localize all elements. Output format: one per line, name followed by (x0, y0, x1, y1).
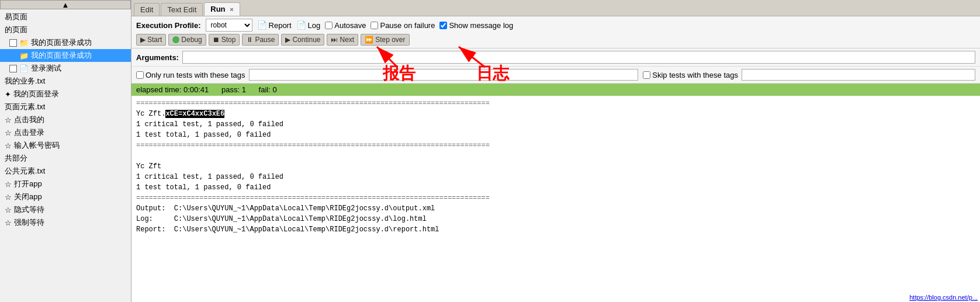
tab-run[interactable]: Run × (204, 2, 240, 16)
skip-tags-input[interactable] (742, 69, 975, 81)
tab-edit[interactable]: Edit (134, 3, 160, 16)
sidebar-item-yinshi[interactable]: ☆ 隐式等待 (0, 203, 131, 216)
sidebar-scroll-up[interactable]: ▲ (0, 0, 131, 9)
step-over-button[interactable]: ⏩ Step over (361, 34, 409, 46)
checkbox-checked-icon[interactable] (9, 52, 17, 60)
sidebar-item-gongbufen[interactable]: 共部分 (0, 152, 131, 165)
arguments-row: Arguments: (131, 48, 980, 67)
autosave-checkbox[interactable]: Autosave (325, 21, 366, 30)
debug-icon (172, 36, 179, 43)
tags-row: Only run tests with these tags Skip test… (131, 67, 980, 84)
step-over-icon: ⏩ (365, 36, 373, 44)
log-button[interactable]: 📄 Log (296, 20, 321, 30)
status-bar: elapsed time: 0:00:41 pass: 1 fail: 0 (131, 84, 980, 96)
fail-count: fail: 0 (259, 85, 277, 94)
console-line1: Yc Zft.xCE=xC4xxC3xE6 (136, 109, 975, 119)
tags-left: Only run tests with these tags (136, 69, 638, 81)
console-line3: 1 test total, 1 passed, 0 failed (136, 130, 975, 140)
sidebar-item-shuru-mima[interactable]: ☆ 输入帐号密码 (0, 139, 131, 152)
sidebar-item-dianji-wode[interactable]: ☆ 点击我的 (0, 113, 131, 126)
tab-bar: Edit Text Edit Run × (131, 0, 980, 16)
sidebar-item-wode-yewu[interactable]: 我的业务.txt (0, 75, 131, 88)
console-line6: 1 critical test, 1 passed, 0 failed (136, 172, 975, 182)
toolbar-row1: Execution Profile: robot 📄 Report 📄 Log … (136, 19, 975, 32)
pause-icon: ⏸ (246, 36, 253, 44)
watermark-link[interactable]: https://blog.csdn.net/p... (909, 294, 978, 301)
only-run-tags-input[interactable] (249, 69, 639, 81)
highlighted-bytes: xCE=xC4xxC3xE6 (165, 110, 224, 118)
star-icon5: ☆ (5, 180, 12, 189)
console-separator2: ========================================… (136, 140, 975, 151)
sidebar-item-denglu-ceshi[interactable]: 📄 登录测试 (0, 62, 131, 75)
report-file-icon: 📄 (257, 20, 267, 30)
star-icon2: ☆ (5, 116, 12, 124)
console-line5: Yc Zft (136, 161, 975, 172)
console-line4 (136, 151, 975, 161)
arguments-label: Arguments: (136, 53, 179, 62)
sidebar-item-guanbi-app[interactable]: ☆ 关闭app (0, 190, 131, 203)
sidebar-item-wode-denglu1[interactable]: 📁 我的页面登录成功 (0, 36, 131, 49)
toolbar-row2: ▶ Start Debug ⏹ Stop ⏸ Pause ▶ Contin (136, 34, 975, 46)
sidebar-item-qiangzhi[interactable]: ☆ 强制等待 (0, 216, 131, 229)
stop-icon: ⏹ (213, 36, 220, 44)
main-panel: Edit Text Edit Run × Execution Profile: … (131, 0, 980, 302)
sidebar-item-yemian-yuansu[interactable]: 页面元素.txt (0, 100, 131, 113)
tab-text-edit[interactable]: Text Edit (161, 3, 203, 16)
debug-button[interactable]: Debug (168, 34, 206, 46)
sidebar-item-dakai-app[interactable]: ☆ 打开app (0, 178, 131, 190)
file-icon: 📄 (19, 64, 29, 73)
execution-profile-label: Execution Profile: (136, 21, 201, 30)
show-message-log-checkbox[interactable]: Show message log (439, 21, 513, 30)
tab-run-close[interactable]: × (230, 6, 233, 13)
scroll-up-icon: ▲ (62, 1, 70, 9)
console-output[interactable]: ========================================… (131, 96, 980, 302)
console-log-line: Log: C:\Users\QUYUN_~1\AppData\Local\Tem… (136, 214, 975, 224)
sidebar-items: 易页面 的页面 📁 我的页面登录成功 📁 我的页面登录成功 📄 登录测试 我的业… (0, 9, 131, 302)
sidebar-item-wodyemian[interactable]: 的页面 (0, 23, 131, 36)
log-file-icon: 📄 (296, 20, 306, 30)
stop-button[interactable]: ⏹ Stop (209, 34, 240, 46)
sidebar-item-wode-denglu-root[interactable]: ✦ 我的页面登录 (0, 88, 131, 100)
console-line7: 1 test total, 1 passed, 0 failed (136, 182, 975, 193)
tags-right: Skip tests with these tags (643, 69, 975, 81)
main-content: Edit Text Edit Run × Execution Profile: … (131, 0, 980, 302)
elapsed-time: elapsed time: 0:00:41 (136, 85, 209, 94)
star-icon7: ☆ (5, 206, 12, 214)
console-output-line: Output: C:\Users\QUYUN_~1\AppData\Local\… (136, 203, 975, 214)
sidebar: ▲ 易页面 的页面 📁 我的页面登录成功 📁 我的页面登录成功 📄 登录测试 我… (0, 0, 131, 302)
console-separator1: ========================================… (136, 98, 975, 109)
skip-tests-checkbox[interactable]: Skip tests with these tags (643, 71, 738, 79)
arguments-input[interactable] (182, 51, 975, 64)
continue-icon: ▶ (285, 36, 290, 44)
continue-button[interactable]: ▶ Continue (281, 34, 324, 46)
star-icon3: ☆ (5, 129, 12, 137)
next-icon: ⏭ (331, 36, 338, 44)
next-button[interactable]: ⏭ Next (327, 34, 358, 46)
star-icon: ✦ (5, 90, 11, 99)
only-run-checkbox[interactable]: Only run tests with these tags (136, 71, 245, 79)
star-icon6: ☆ (5, 193, 12, 202)
report-button[interactable]: 📄 Report (257, 20, 292, 30)
sidebar-item-wode-denglu2-selected[interactable]: 📁 我的页面登录成功 (0, 49, 131, 62)
checkbox-icon[interactable] (9, 39, 17, 47)
start-icon: ▶ (140, 36, 146, 44)
sidebar-item-yiyemian[interactable]: 易页面 (0, 11, 131, 23)
star-icon4: ☆ (5, 141, 12, 150)
checkbox-icon2[interactable] (9, 65, 17, 72)
profile-select[interactable]: robot (206, 19, 252, 32)
pause-button[interactable]: ⏸ Pause (242, 34, 279, 46)
folder-icon-selected: 📁 (19, 51, 29, 60)
console-separator3: ========================================… (136, 193, 975, 203)
console-report-line: Report: C:\Users\QUYUN_~1\AppData\Local\… (136, 224, 975, 235)
folder-icon: 📁 (19, 38, 29, 47)
toolbar-area: Execution Profile: robot 📄 Report 📄 Log … (131, 16, 980, 48)
pass-count: pass: 1 (221, 85, 246, 94)
start-button[interactable]: ▶ Start (136, 34, 166, 46)
sidebar-item-dianji-denglu[interactable]: ☆ 点击登录 (0, 126, 131, 139)
pause-on-failure-checkbox[interactable]: Pause on failure (370, 21, 435, 30)
star-icon8: ☆ (5, 218, 12, 227)
console-line2: 1 critical test, 1 passed, 0 failed (136, 119, 975, 130)
sidebar-item-gonggong[interactable]: 公共元素.txt (0, 165, 131, 178)
